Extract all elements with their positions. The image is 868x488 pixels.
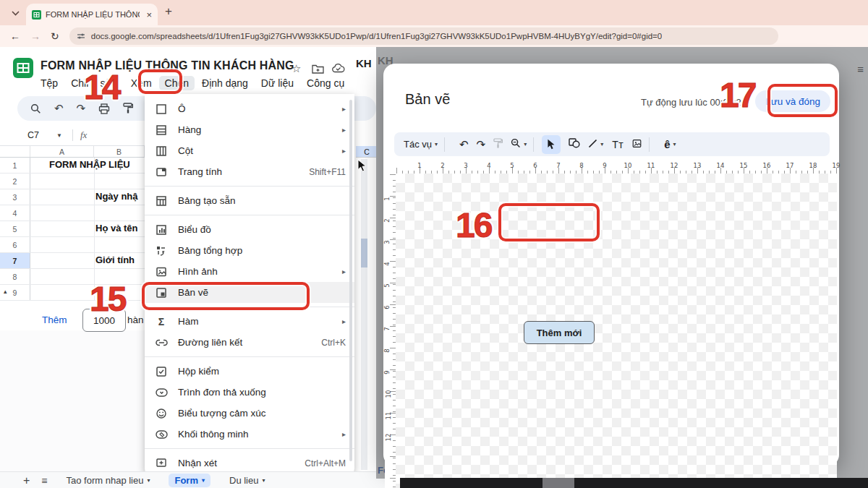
menu-item-cell[interactable]: Ô▸ bbox=[145, 98, 354, 119]
all-sheets-icon[interactable]: ≡ bbox=[41, 475, 47, 487]
screen: FORM NHẬP LIỆU THÔNG TIN × + ← → ↻ docs.… bbox=[0, 0, 868, 488]
background-title-fragment: KH bbox=[356, 57, 372, 69]
col-header-a[interactable]: A bbox=[30, 146, 94, 158]
menu-item-drawing[interactable]: Bản vẽ bbox=[145, 282, 354, 303]
h-ruler: 12345678910111213141516171819 bbox=[396, 162, 837, 174]
paint-format-icon[interactable] bbox=[123, 103, 133, 114]
drawing-dialog: Bản vẽ Tự động lưu lúc 00:07:24 Lưu và đ… bbox=[383, 64, 839, 466]
shape-tool-icon[interactable] bbox=[569, 138, 580, 150]
add-rows-button[interactable]: Thêm bbox=[42, 314, 67, 325]
table-row[interactable]: 5Họ và tên bbox=[0, 221, 145, 237]
menu-view[interactable]: Xem bbox=[131, 77, 152, 89]
shortcut: Ctrl+K bbox=[321, 338, 346, 348]
sheet-tab[interactable]: Tao form nhap lieu▾ bbox=[67, 475, 150, 486]
table-row[interactable]: 9 bbox=[0, 285, 145, 301]
menu-item-comment[interactable]: Nhận xétCtrl+Alt+M bbox=[145, 453, 354, 474]
table-row[interactable]: 4 bbox=[0, 205, 145, 221]
menu-item-smart-chip[interactable]: Khối thông minh▸ bbox=[145, 424, 354, 445]
redo-icon[interactable]: ↷ bbox=[477, 138, 486, 151]
drawing-canvas[interactable]: Thêm mới bbox=[396, 174, 837, 488]
shortcut: Ctrl+Alt+M bbox=[305, 458, 346, 468]
menu-file[interactable]: Tệp bbox=[41, 77, 58, 89]
undo-icon[interactable]: ↶ bbox=[459, 138, 469, 151]
forward-icon[interactable]: → bbox=[30, 30, 41, 42]
add-sheet-button[interactable]: + bbox=[23, 474, 30, 487]
table-row[interactable]: 1FORM NHẬP LIỆU bbox=[0, 158, 145, 174]
toolbar-fragment bbox=[354, 96, 376, 121]
col-header-b[interactable]: B bbox=[94, 146, 145, 158]
menu-item-sheet[interactable]: Trang tínhShift+F11 bbox=[145, 161, 354, 182]
tab-search-chevron-icon[interactable] bbox=[7, 5, 23, 21]
bottom-black-strip bbox=[400, 478, 868, 488]
canvas-shape-button[interactable]: Thêm mới bbox=[524, 321, 595, 344]
undo-icon[interactable]: ↶ bbox=[54, 102, 64, 115]
back-icon[interactable]: ← bbox=[10, 30, 20, 42]
url-bar[interactable]: docs.google.com/spreadsheets/d/1Ufren1Fu… bbox=[69, 27, 778, 45]
star-icon[interactable]: ☆ bbox=[292, 62, 301, 75]
browser-tab[interactable]: FORM NHẬP LIỆU THÔNG TIN × bbox=[26, 4, 158, 25]
redo-icon[interactable]: ↷ bbox=[77, 102, 86, 115]
menu-item-link[interactable]: Đường liên kếtCtrl+K bbox=[145, 332, 354, 353]
row-group-collapse-icon[interactable]: ▴ bbox=[4, 288, 7, 295]
search-icon[interactable] bbox=[30, 103, 41, 114]
table-row[interactable]: 6 bbox=[0, 237, 145, 253]
tab-close-icon[interactable]: × bbox=[146, 9, 152, 20]
menu-scrollbar[interactable] bbox=[349, 100, 352, 461]
grid-corner[interactable] bbox=[0, 146, 30, 158]
menu-item-emoji[interactable]: Biểu tượng cảm xúc bbox=[145, 403, 354, 424]
menu-item-rows[interactable]: Hàng▸ bbox=[145, 119, 354, 140]
menu-item-pivot[interactable]: Bảng tổng hợp bbox=[145, 240, 354, 261]
menu-insert[interactable]: Chèn bbox=[159, 76, 195, 90]
dropdown-icon bbox=[155, 386, 168, 399]
menu-data[interactable]: Dữ liệu bbox=[261, 77, 294, 89]
accent-tool[interactable]: ê bbox=[664, 138, 670, 150]
menu-item-columns[interactable]: Cột▸ bbox=[145, 140, 354, 161]
col-header-c[interactable]: C bbox=[356, 146, 378, 158]
menu-item-image[interactable]: Hình ảnh▸ bbox=[145, 261, 354, 282]
menu-item-checkbox[interactable]: Hộp kiểm bbox=[145, 361, 354, 382]
vertical-scrollbar[interactable] bbox=[361, 159, 367, 470]
actions-menu[interactable]: Tác vụ bbox=[404, 139, 432, 150]
add-rows-count-input[interactable] bbox=[82, 309, 126, 332]
sheet-icon bbox=[155, 166, 168, 179]
name-box[interactable]: C7 bbox=[27, 130, 56, 140]
reload-icon[interactable]: ↻ bbox=[51, 30, 59, 42]
new-tab-button[interactable]: + bbox=[165, 4, 172, 19]
print-icon[interactable] bbox=[98, 103, 110, 114]
paint-format-icon bbox=[493, 138, 503, 151]
comment-icon bbox=[155, 457, 168, 470]
table-row[interactable]: 8 bbox=[0, 269, 145, 285]
cell-icon bbox=[155, 103, 168, 116]
move-folder-icon[interactable] bbox=[312, 64, 324, 74]
menu-item-chart[interactable]: Biểu đồ bbox=[145, 219, 354, 240]
menu-divider bbox=[145, 215, 354, 215]
table-row[interactable]: 2 bbox=[0, 174, 145, 189]
tab-caret-icon: ▾ bbox=[202, 477, 205, 484]
checkbox-icon bbox=[155, 365, 168, 378]
select-tool-active[interactable] bbox=[542, 135, 561, 154]
line-tool-icon[interactable] bbox=[588, 138, 597, 150]
image-tool-icon[interactable] bbox=[631, 138, 642, 150]
menu-format[interactable]: Định dạng bbox=[202, 77, 248, 89]
save-and-close-button[interactable]: Lưu và đóng bbox=[755, 90, 830, 112]
zoom-tool-icon[interactable] bbox=[511, 138, 521, 150]
menu-edit[interactable]: Chỉnh sửa bbox=[71, 77, 118, 89]
drawing-toolbar: Tác vụ▾ ↶ ↷ ▾ ▾ Tт ê▾ bbox=[394, 132, 830, 156]
caret-down-icon: ▾ bbox=[673, 141, 676, 147]
scrollbar-thumb[interactable] bbox=[361, 239, 367, 267]
table-row[interactable]: 7Giới tính bbox=[0, 253, 145, 269]
submenu-arrow-icon: ▸ bbox=[342, 267, 346, 275]
menu-item-table-template[interactable]: Bảng tạo sẵn bbox=[145, 190, 354, 211]
menu-tools[interactable]: Công cụ bbox=[307, 77, 344, 89]
name-box-caret-icon[interactable]: ▼ bbox=[56, 132, 62, 139]
sheet-tab[interactable]: Du lieu▾ bbox=[229, 475, 265, 486]
text-tool[interactable]: Tт bbox=[612, 139, 624, 150]
table-row[interactable]: 3Ngày nhậ bbox=[0, 189, 145, 205]
mouse-cursor bbox=[357, 159, 367, 172]
smart-chip-icon bbox=[155, 428, 168, 441]
sheet-tab-active[interactable]: Form▾ bbox=[169, 474, 210, 487]
add-rows-suffix: hàn bbox=[127, 314, 144, 325]
chart-icon bbox=[155, 223, 168, 236]
menu-item-function[interactable]: ΣHàm▸ bbox=[145, 311, 354, 332]
menu-item-dropdown[interactable]: Trình đơn thả xuống bbox=[145, 382, 354, 403]
